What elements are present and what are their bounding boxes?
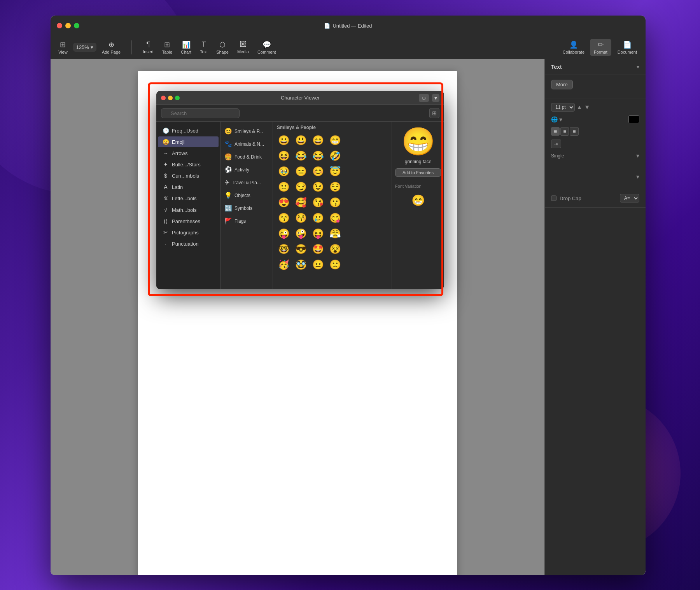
emoji-cell[interactable]: 😎: [294, 242, 308, 256]
emoji-cell[interactable]: 😉: [311, 180, 325, 194]
char-nav-back-button[interactable]: ☺: [419, 94, 429, 102]
emoji-cell[interactable]: 🤪: [294, 227, 308, 241]
char-nav-forward-button[interactable]: ▾: [432, 94, 439, 102]
font-size-stepper-up-icon[interactable]: ▲: [576, 104, 583, 111]
table-button[interactable]: ⊞ Table: [159, 39, 175, 56]
insert-button[interactable]: ¶ Insert: [140, 39, 157, 56]
char-viewer-titlebar-right: ☺ ▾: [419, 94, 439, 102]
more-button[interactable]: More: [551, 80, 573, 89]
emoji-cell[interactable]: 😋: [328, 211, 342, 225]
minimize-button[interactable]: [65, 23, 71, 28]
document-button[interactable]: 📄 Document: [614, 39, 641, 56]
sidebar-item-math[interactable]: √ Math...bols: [158, 204, 219, 215]
emoji-cell[interactable]: 😤: [328, 227, 342, 241]
pictographs-icon: ✂: [163, 229, 169, 236]
font-size-stepper-down-icon[interactable]: ▼: [584, 104, 590, 111]
maximize-button[interactable]: [74, 23, 79, 28]
chart-button[interactable]: 📊 Chart: [178, 39, 194, 56]
align-left-button[interactable]: ≡: [551, 127, 560, 136]
subcat-activity[interactable]: ⚽ Activity: [220, 163, 273, 176]
emoji-cell[interactable]: 😏: [294, 180, 308, 194]
emoji-cell[interactable]: 😍: [277, 196, 291, 209]
char-maximize-button[interactable]: [175, 96, 180, 100]
emoji-cell[interactable]: 😆: [277, 149, 291, 163]
emoji-cell[interactable]: 🥳: [277, 258, 291, 272]
emoji-cell[interactable]: 😀: [277, 133, 291, 147]
shape-button[interactable]: ⬡ Shape: [213, 39, 232, 56]
font-size-select[interactable]: 11 pt 12 pt 14 pt: [551, 103, 575, 112]
media-button[interactable]: 🖼 Media: [234, 39, 252, 56]
emoji-cell[interactable]: 😗: [328, 196, 342, 209]
zoom-chevron-icon: ▾: [91, 44, 93, 50]
emoji-cell[interactable]: 😘: [311, 196, 325, 209]
emoji-cell[interactable]: 😂: [311, 149, 325, 163]
search-input[interactable]: [161, 108, 240, 118]
sidebar-item-latin[interactable]: A Latin: [158, 182, 219, 192]
spacing-row: ▾: [551, 173, 639, 180]
emoji-cell[interactable]: 😙: [277, 211, 291, 225]
format-button[interactable]: ✏ Format: [590, 39, 611, 56]
increase-indent-button[interactable]: ⇥: [551, 140, 561, 148]
subcat-smileys[interactable]: 😊 Smileys & P...: [220, 125, 273, 138]
subcat-objects[interactable]: 💡 Objects: [220, 189, 273, 202]
subcat-animals[interactable]: 🐾 Animals & N...: [220, 138, 273, 150]
emoji-cell[interactable]: 😁: [328, 133, 342, 147]
sidebar-item-bullets-stars[interactable]: ✦ Bulle.../Stars: [158, 159, 219, 170]
sidebar-item-parentheses[interactable]: () Parentheses: [158, 216, 219, 227]
emoji-cell[interactable]: 😜: [277, 227, 291, 241]
emoji-cell[interactable]: 🤓: [277, 242, 291, 256]
subcat-food[interactable]: 🍔 Food & Drink: [220, 150, 273, 163]
align-right-button[interactable]: ≡: [570, 127, 578, 136]
subcat-flags[interactable]: 🚩 Flags: [220, 215, 273, 227]
animals-icon: 🐾: [224, 140, 232, 148]
emoji-cell[interactable]: 😂: [294, 149, 308, 163]
align-center-button[interactable]: ≡: [560, 127, 569, 136]
emoji-cell[interactable]: 🙂: [277, 180, 291, 194]
emoji-cell[interactable]: 😃: [294, 133, 308, 147]
subcat-symbols[interactable]: 🔣 Symbols: [220, 202, 273, 215]
travel-icon: ✈: [224, 179, 229, 186]
emoji-cell[interactable]: 🙁: [328, 258, 342, 272]
grid-view-button[interactable]: ⊞: [429, 108, 439, 118]
char-minimize-button[interactable]: [168, 96, 173, 100]
sidebar-item-punctuation[interactable]: · Punctuation: [158, 238, 219, 249]
view-button[interactable]: ⊞ View: [55, 39, 71, 56]
drop-cap-checkbox[interactable]: [551, 196, 556, 201]
subcat-travel[interactable]: ✈ Travel & Pla...: [220, 176, 273, 189]
sidebar-item-emoji[interactable]: 😀 Emoji: [158, 136, 219, 147]
text-button[interactable]: T Text: [197, 39, 211, 56]
char-close-button[interactable]: [161, 96, 166, 100]
sidebar-item-currency[interactable]: $ Curr...mbols: [158, 170, 219, 181]
add-to-favorites-button[interactable]: Add to Favorites: [395, 168, 441, 177]
emoji-cell[interactable]: 🤣: [328, 149, 342, 163]
emoji-cell[interactable]: 😵: [328, 242, 342, 256]
emoji-cell[interactable]: 😝: [311, 227, 325, 241]
emoji-cell[interactable]: 😌: [328, 180, 342, 194]
drop-cap-select[interactable]: A= A: [620, 194, 639, 202]
sidebar-chevron-icon[interactable]: ▾: [637, 64, 639, 70]
emoji-cell[interactable]: 🤩: [311, 242, 325, 256]
emoji-cell[interactable]: 🥰: [294, 196, 308, 209]
collaborate-button[interactable]: 👤 Collaborate: [560, 39, 588, 56]
sidebar-item-arrows[interactable]: → Arrows: [158, 148, 219, 159]
sidebar-item-pictographs[interactable]: ✂ Pictographs: [158, 227, 219, 238]
close-button[interactable]: [57, 23, 62, 28]
emoji-cell[interactable]: 😚: [294, 211, 308, 225]
emoji-cell[interactable]: 😇: [328, 164, 342, 178]
emoji-cell[interactable]: 😄: [311, 133, 325, 147]
zoom-control[interactable]: 125% ▾: [73, 43, 96, 52]
emoji-cell[interactable]: 😊: [311, 164, 325, 178]
emoji-cell[interactable]: 😐: [311, 258, 325, 272]
emoji-cell[interactable]: 😑: [294, 164, 308, 178]
emoji-cell[interactable]: 🥲: [311, 211, 325, 225]
sidebar-item-freq-used[interactable]: 🕐 Freq...Used: [158, 125, 219, 136]
emoji-cell[interactable]: 🥸: [294, 258, 308, 272]
comment-button[interactable]: 💬 Comment: [254, 39, 279, 56]
sidebar-item-letter-symbols[interactable]: 𝔄 Lette...bols: [158, 193, 219, 204]
line-spacing-chevron-icon[interactable]: ▾: [636, 152, 639, 159]
text-color-button[interactable]: [628, 115, 639, 123]
spacing-chevron-icon[interactable]: ▾: [636, 173, 639, 180]
add-page-button[interactable]: ⊕ Add Page: [99, 39, 124, 56]
emoji-cell[interactable]: 🥹: [277, 164, 291, 178]
color-chevron-icon[interactable]: ▾: [559, 116, 562, 123]
